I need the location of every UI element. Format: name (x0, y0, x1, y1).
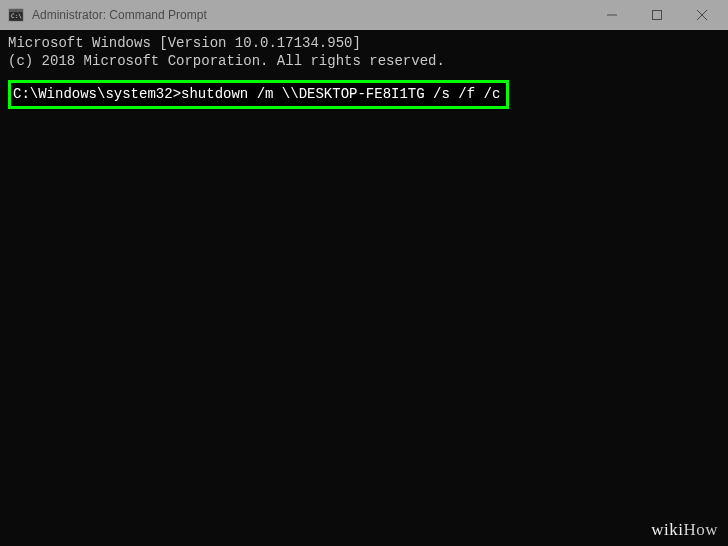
terminal-body[interactable]: Microsoft Windows [Version 10.0.17134.95… (0, 30, 728, 546)
svg-text:C:\: C:\ (11, 12, 22, 19)
command-prompt-window: C:\ Administrator: Command Prompt Micros… (0, 0, 728, 546)
close-button[interactable] (679, 0, 724, 30)
copyright-line: (c) 2018 Microsoft Corporation. All righ… (8, 52, 720, 70)
prompt-path: C:\Windows\system32> (13, 86, 181, 102)
maximize-button[interactable] (634, 0, 679, 30)
svg-rect-4 (652, 11, 661, 20)
minimize-button[interactable] (589, 0, 634, 30)
cmd-icon: C:\ (8, 7, 24, 23)
command-text: shutdown /m \\DESKTOP-FE8I1TG /s /f /c (181, 86, 500, 102)
watermark-part2: How (683, 520, 718, 539)
watermark-part1: wiki (651, 520, 683, 539)
titlebar[interactable]: C:\ Administrator: Command Prompt (0, 0, 728, 30)
highlighted-command-box: C:\Windows\system32>shutdown /m \\DESKTO… (8, 80, 509, 108)
version-line: Microsoft Windows [Version 10.0.17134.95… (8, 34, 720, 52)
window-title: Administrator: Command Prompt (32, 8, 589, 22)
window-controls (589, 0, 724, 30)
wikihow-watermark: wikiHow (651, 520, 718, 540)
